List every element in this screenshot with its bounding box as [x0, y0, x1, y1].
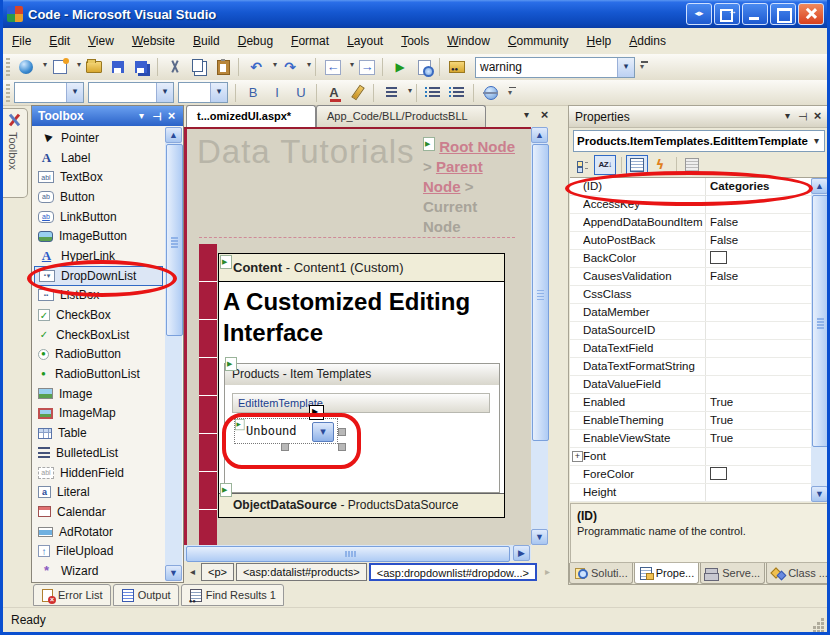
toolbox-item[interactable]: * Wizard: [34, 561, 163, 580]
toolbox-item[interactable]: BulletedList: [34, 443, 163, 463]
object-selector-combobox[interactable]: Products.ItemTemplates.EditItemTemplate: [573, 130, 825, 152]
toolbox-item[interactable]: abl HiddenField: [34, 463, 163, 483]
toolbar-overflow-icon[interactable]: [507, 84, 519, 102]
toolbox-item[interactable]: ↑ FileUpload: [34, 541, 163, 561]
alphabetical-button[interactable]: AZ↓: [594, 155, 616, 175]
toolbar-button[interactable]: I: [266, 82, 288, 104]
maximize-button[interactable]: [770, 3, 796, 25]
tag-scroll-right-icon[interactable]: [541, 564, 554, 580]
property-row[interactable]: CausesValidation False: [570, 268, 814, 286]
property-row[interactable]: CssClass: [570, 286, 814, 304]
property-value[interactable]: Categories: [706, 178, 814, 195]
window-popout-button[interactable]: [714, 3, 740, 25]
property-value[interactable]: [706, 322, 814, 339]
property-row[interactable]: DataValueField: [570, 376, 814, 394]
window-position-icon[interactable]: [780, 109, 795, 124]
smart-tag-icon[interactable]: [309, 405, 324, 420]
combobox-dropdown-icon[interactable]: [156, 83, 173, 102]
toolbox-side-tab[interactable]: Toolbox: [3, 108, 28, 198]
toolbar-button[interactable]: [188, 56, 210, 78]
property-row[interactable]: ForeColor: [570, 466, 814, 484]
resize-handle[interactable]: [338, 428, 346, 436]
objectdatasource-control[interactable]: ObjectDataSource - ProductsDataSource: [219, 493, 504, 517]
menu-item[interactable]: Format: [282, 31, 338, 51]
close-document-icon[interactable]: [537, 108, 552, 123]
scroll-up-icon[interactable]: [531, 127, 548, 143]
window-nav-button[interactable]: [686, 3, 712, 25]
property-row[interactable]: DataSourceID: [570, 322, 814, 340]
menu-item[interactable]: Build: [184, 31, 229, 51]
property-value[interactable]: True: [706, 394, 814, 411]
toolbar-button[interactable]: [447, 82, 469, 104]
combobox-dropdown-icon[interactable]: [210, 83, 227, 102]
datalist-header[interactable]: Products - Item Templates: [224, 363, 500, 386]
property-value[interactable]: [706, 304, 814, 321]
toolbox-item[interactable]: ▪ DropDownList: [34, 266, 163, 286]
toolbar-button[interactable]: [212, 56, 234, 78]
dropdown-chevron-icon[interactable]: [312, 422, 334, 442]
designer-vertical-scrollbar[interactable]: [531, 127, 548, 545]
property-row[interactable]: BackColor: [570, 250, 814, 268]
resize-handle[interactable]: [338, 443, 346, 451]
toolbar-button[interactable]: [413, 56, 435, 78]
designer-horizontal-scrollbar[interactable]: [184, 545, 531, 561]
tool-window-tab[interactable]: Prope...: [634, 563, 700, 584]
target-rule-combobox[interactable]: [14, 82, 84, 103]
property-row[interactable]: AppendDataBoundItem False: [570, 214, 814, 232]
property-value[interactable]: [706, 358, 814, 375]
scroll-up-icon[interactable]: [811, 178, 828, 194]
property-row[interactable]: Font: [570, 448, 814, 466]
scroll-down-icon[interactable]: [165, 565, 182, 581]
toolbar-button[interactable]: [107, 56, 129, 78]
bottom-panel-tab[interactable]: Find Results 1: [181, 584, 284, 606]
toolbar-button[interactable]: ↷: [279, 56, 311, 78]
property-row[interactable]: AutoPostBack False: [570, 232, 814, 250]
property-value[interactable]: True: [706, 430, 814, 447]
toolbox-item[interactable]: ab LinkButton: [34, 207, 163, 227]
toolbar-button[interactable]: [131, 56, 153, 78]
menu-item[interactable]: Window: [438, 31, 499, 51]
toolbar-button[interactable]: →: [356, 56, 378, 78]
auto-hide-pin-icon[interactable]: [795, 109, 810, 124]
toolbar-button[interactable]: [446, 56, 468, 78]
property-row[interactable]: AccessKey: [570, 196, 814, 214]
close-icon[interactable]: [810, 109, 825, 124]
property-value[interactable]: [706, 196, 814, 213]
toolbox-header[interactable]: Toolbox: [32, 106, 183, 126]
bottom-panel-tab[interactable]: Error List: [33, 584, 111, 606]
tool-window-tab[interactable]: Serve...: [700, 563, 765, 584]
toolbox-item[interactable]: abl TextBox: [34, 167, 163, 187]
design-surface[interactable]: Data Tutorials Root Node > Parent Node >…: [184, 127, 531, 545]
toolbar-overflow-icon[interactable]: [639, 58, 651, 76]
menu-item[interactable]: Website: [123, 31, 184, 51]
tag-navigator-item[interactable]: <p>: [201, 563, 234, 581]
toolbox-item[interactable]: AdRotator: [34, 522, 163, 542]
toolbox-item[interactable]: A Label: [34, 148, 163, 168]
tool-window-tab[interactable]: Soluti...: [569, 563, 633, 584]
property-value[interactable]: False: [706, 214, 814, 231]
bottom-panel-tab[interactable]: Output: [113, 584, 179, 606]
font-name-combobox[interactable]: [88, 82, 174, 103]
font-size-combobox[interactable]: [178, 82, 228, 103]
scrollbar-thumb[interactable]: [532, 144, 549, 441]
property-value[interactable]: [706, 466, 814, 483]
document-list-icon[interactable]: [519, 108, 534, 123]
menu-item[interactable]: View: [79, 31, 123, 51]
toolbox-item[interactable]: ImageMap: [34, 404, 163, 424]
toolbar-button[interactable]: ↶: [245, 56, 277, 78]
toolbar-button[interactable]: [380, 82, 412, 104]
resize-handle[interactable]: [281, 443, 289, 451]
toolbox-item[interactable]: ▪▪ ListBox: [34, 286, 163, 306]
document-tab-active[interactable]: t...omizedUI.aspx*: [186, 105, 316, 127]
tag-scroll-left-icon[interactable]: [186, 564, 199, 580]
toolbar-grip[interactable]: [6, 58, 10, 76]
property-value[interactable]: [706, 448, 814, 465]
template-name-bar[interactable]: EditItemTemplate: [232, 393, 490, 413]
combobox-dropdown-icon[interactable]: [809, 134, 824, 149]
toolbox-item[interactable]: Calendar: [34, 502, 163, 522]
property-row[interactable]: DataTextField: [570, 340, 814, 358]
property-value[interactable]: [706, 250, 814, 267]
search-combobox[interactable]: warning: [475, 57, 635, 78]
property-value[interactable]: False: [706, 232, 814, 249]
scroll-down-icon[interactable]: [811, 486, 828, 502]
